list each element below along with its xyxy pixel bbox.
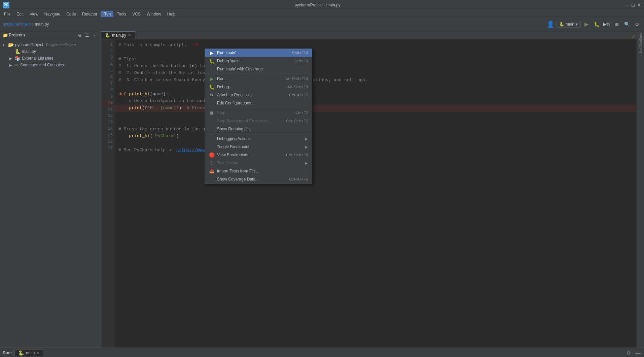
tree-label-root: pychamrProject [15,42,43,47]
sidebar: 📁 Project ▾ ⊕ ☰ ⋮ ▾ 📂 pychamrProject D:\… [0,30,101,348]
menu-run-main[interactable]: ▶ Run 'main' Shift+F10 [205,49,312,57]
notifications-bar: Notifications [637,30,644,348]
menu-import-tests-label: Import Tests from File... [217,169,259,173]
code-editor[interactable]: # This is a sample script. # Tips: # 1. … [114,39,637,348]
menu-window[interactable]: Window [144,11,164,17]
sidebar-dropdown-icon: ▾ [23,33,26,38]
menu-help[interactable]: Help [165,11,178,17]
sidebar-locate-button[interactable]: ⊕ [76,32,83,38]
profile-button[interactable]: 👤 [546,20,555,29]
breadcrumb: pychamrProject › main.py [3,22,49,27]
notifications-label: Notifications [637,32,644,55]
menu-import-tests[interactable]: 📥 Import Tests from File... [205,167,312,175]
show-running-icon [209,126,214,132]
breadcrumb-separator: › [32,22,33,27]
run-tab-icon: 🐍 [18,350,24,356]
menu-code[interactable]: Code [64,11,79,17]
tree-item-root[interactable]: ▾ 📂 pychamrProject D:\pychamrProject [0,41,101,48]
editor-tabs: 🐍 main.py ✕ [101,30,637,39]
menu-debug-ellipsis-label: Debug... [217,85,232,89]
menu-stop-bg-label: Stop Background Processes... [217,119,271,123]
main-layout: 📁 Project ▾ ⊕ ☰ ⋮ ▾ 📂 pychamrProject D:\… [0,30,644,348]
window-controls[interactable]: ─ □ ✕ [626,2,641,8]
run-main-shortcut: Shift+F10 [292,51,308,55]
debug-ellipsis-shortcut: Alt+Shift+F9 [287,85,308,89]
run-tab-main[interactable]: 🐍 main ✕ [14,349,43,356]
settings-button[interactable]: ⚙ [633,20,641,29]
sidebar-collapse-button[interactable]: ☰ [84,32,91,38]
tree-item-ext-libs[interactable]: ▶ 📚 External Libraries [0,55,101,62]
stop-bg-icon [209,118,214,124]
menu-edit-configs[interactable]: Edit Configurations... [205,99,312,107]
debug-button[interactable]: 🐛 [592,20,601,29]
run-button[interactable]: ▶ [582,20,591,29]
run-dropdown-menu: ▶ Run 'main' Shift+F10 🐛 Debug 'main' Sh… [205,48,312,184]
menu-debug-ellipsis[interactable]: 🐛 Debug... Alt+Shift+F9 [205,83,312,91]
tree-item-scratches[interactable]: ▶ ✏ Scratches and Consoles [0,62,101,68]
menu-file[interactable]: File [1,11,13,17]
editor-content[interactable]: 12345 6789 10 11121314 151617 # This is … [101,39,637,348]
breadcrumb-file[interactable]: main.py [35,22,49,27]
check-mark-icon: ✓ [632,33,635,40]
chevron-down-icon: ▾ [576,22,578,27]
tree-path-root: D:\pychamrProject [46,43,76,47]
menu-run[interactable]: Run [101,11,113,17]
search-everywhere-button[interactable]: 🔍 [622,20,631,29]
editor-tab-main-py[interactable]: 🐍 main.py ✕ [101,31,135,39]
menu-show-running-label: Show Running List [217,127,251,131]
maximize-button[interactable]: □ [632,2,635,8]
run-config-label: main [566,22,574,27]
show-coverage-icon [209,176,214,182]
menu-vcs[interactable]: VCS [130,11,143,17]
menu-run-main-label: Run 'main' [217,51,236,55]
run-ellipsis-shortcut: Alt+Shift+F10 [285,77,308,81]
test-history-arrow-icon: ▶ [305,161,308,165]
toolbar: pychamrProject › main.py 👤 🐍 main ▾ ▶ 🐛 … [0,18,644,30]
sidebar-options-button[interactable]: ⋮ [91,32,98,38]
library-icon: 📚 [15,56,21,61]
menu-sep-1 [205,74,312,74]
sidebar-title-dropdown[interactable]: 📁 Project ▾ [3,33,26,38]
menu-run-ellipsis[interactable]: ▶ Run... Alt+Shift+F10 [205,75,312,83]
tree-item-main-py[interactable]: 🐍 main.py [0,48,101,55]
run-panel-header: Run: 🐍 main ✕ ⚙ — [0,348,644,357]
menu-view[interactable]: View [27,11,41,17]
menu-view-bp[interactable]: 🔴 View Breakpoints... Ctrl+Shift+F8 [205,151,312,159]
line-numbers: 12345 6789 10 11121314 151617 [101,39,114,348]
run-config-dropdown[interactable]: 🐍 main ▾ [556,21,581,28]
run-tab-close-button[interactable]: ✕ [37,351,39,355]
editor-area: 🐍 main.py ✕ 12345 6789 10 11121314 15161… [101,30,637,348]
run-panel-hide-button[interactable]: — [635,350,641,356]
menu-show-coverage[interactable]: Show Coverage Data... Ctrl+Alt+F6 [205,175,312,183]
menu-run-coverage[interactable]: Run 'main' with Coverage [205,65,312,73]
menu-tools[interactable]: Tools [114,11,129,17]
minimize-button[interactable]: ─ [626,2,629,8]
menu-view-bp-label: View Breakpoints... [217,153,252,157]
run-ellipsis-icon: ▶ [209,76,214,82]
run-panel-settings-button[interactable]: ⚙ [625,350,632,356]
menu-edit[interactable]: Edit [14,11,26,17]
folder-open-icon: 📂 [8,42,14,47]
editor-tab-label: main.py [112,33,126,38]
menu-debug-actions[interactable]: Debugging Actions ▶ [205,135,312,143]
menu-show-running[interactable]: Show Running List [205,125,312,133]
stop-button[interactable]: ⏹ [612,20,621,29]
tree-label-ext-libs: External Libraries [22,56,53,61]
attach-icon: ⚙ [209,92,214,98]
menu-toggle-bp[interactable]: Toggle Breakpoint ▶ [205,143,312,151]
coverage-icon [209,66,214,72]
breadcrumb-project[interactable]: pychamrProject [3,22,31,27]
python-tab-icon: 🐍 [105,33,110,38]
menu-refactor[interactable]: Refactor [79,11,100,17]
menu-debug-main[interactable]: 🐛 Debug 'main' Shift+F9 [205,57,312,65]
run-with-coverage-button[interactable]: ▶% [602,20,611,29]
menu-edit-configs-label: Edit Configurations... [217,101,254,105]
menu-toggle-bp-label: Toggle Breakpoint [217,144,249,149]
menu-navigate[interactable]: Navigate [42,11,63,17]
close-button[interactable]: ✕ [637,2,641,8]
stop-bg-shortcut: Ctrl+Shift+F2 [286,119,308,123]
tab-close-button[interactable]: ✕ [128,33,131,37]
menu-attach[interactable]: ⚙ Attach to Process... Ctrl+Alt+F5 [205,91,312,99]
scratch-icon: ✏ [15,62,19,68]
debug-actions-icon [209,136,214,141]
